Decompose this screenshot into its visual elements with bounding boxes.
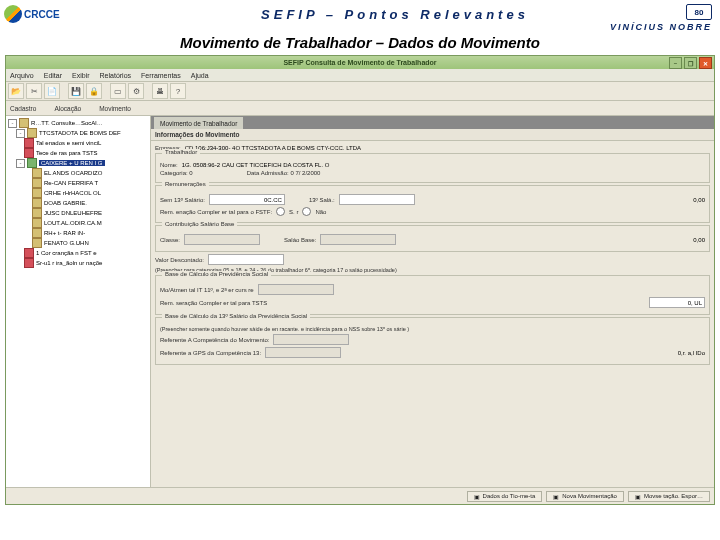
tree-node[interactable]: Tece de ras para TSTS (36, 150, 98, 156)
tree-item[interactable]: DOAB GABRIE. (44, 200, 87, 206)
tb-lock-icon[interactable]: 🔒 (86, 83, 102, 99)
main-panel: Movimento de Trabalhador Informações do … (151, 116, 714, 487)
menu-relatorios[interactable]: Relatórios (100, 72, 132, 79)
slide-title: SEFIP – Pontos Relevantes (74, 7, 716, 22)
menu-ferramentas[interactable]: Ferramentas (141, 72, 181, 79)
slide-author: VINÍCIUS NOBRE (610, 22, 712, 32)
group-remuneracoes: Remunerações Sem 13º Salário: 0C.CC 13º … (155, 185, 710, 223)
label-classe: Classe: (160, 237, 180, 243)
item-red-icon (24, 138, 34, 148)
input-13sal[interactable] (339, 194, 415, 205)
person-icon (32, 218, 42, 228)
menu-exibir[interactable]: Exibir (72, 72, 90, 79)
menu-arquivo[interactable]: Arquivo (10, 72, 34, 79)
tb-cut-icon[interactable]: ✂ (26, 83, 42, 99)
label-remcomp: Rem. enação Compler er tal para o FSTF: (160, 209, 272, 215)
tb-save-icon[interactable]: 💾 (68, 83, 84, 99)
close-button[interactable]: ✕ (699, 57, 712, 69)
tb-print-icon[interactable]: 🖶 (152, 83, 168, 99)
tab-movimento[interactable]: Movimento (99, 105, 131, 112)
label-nome: Nome: (160, 162, 178, 168)
input-mov (258, 284, 334, 295)
tree-root[interactable]: R…TT. Consulte…SocAl… (31, 120, 103, 126)
tb-action-icon[interactable]: ⚙ (128, 83, 144, 99)
tree-item[interactable]: 1 Cor crançãa n FST e (36, 250, 97, 256)
label-categoria: Categoria: 0 (160, 170, 193, 176)
legend-bcps: Base de Cálculo da Previdência Social (162, 271, 271, 277)
logo-mark-icon (4, 5, 22, 23)
legend-trabalhador: Trabalhador (162, 149, 200, 155)
input-classe (184, 234, 260, 245)
tab-cadastro[interactable]: Cadastro (10, 105, 36, 112)
label-sem13: Sem 13º Salário: (160, 197, 205, 203)
page-icon: ▣ (474, 493, 480, 500)
slide-header: CRCCE SEFIP – Pontos Relevantes 80 VINÍC… (0, 0, 720, 28)
radio-sim[interactable] (276, 207, 285, 216)
minimize-button[interactable]: – (669, 57, 682, 69)
person-icon (32, 168, 42, 178)
label-gps: Referente a GPS da Competência 13: (160, 350, 261, 356)
person-icon (32, 208, 42, 218)
tab-movimento-trabalhador[interactable]: Movimento de Trabalhador (153, 116, 244, 129)
btn-mov-exportar[interactable]: ▣Movse tação. Espor… (628, 491, 710, 502)
group-contribuicao: Contribuição Salário Base Classe: Saláo … (155, 225, 710, 252)
label-opt-nao: Não (315, 209, 326, 215)
input-sem13[interactable]: 0C.CC (209, 194, 285, 205)
collapse-icon[interactable]: - (16, 159, 25, 168)
item-red-icon (24, 258, 34, 268)
tb-form-icon[interactable]: ▭ (110, 83, 126, 99)
btn-nova-movimentacao[interactable]: ▣Nova Movimentação (546, 491, 624, 502)
restore-button[interactable]: ❐ (684, 57, 697, 69)
menu-editar[interactable]: Editar (44, 72, 62, 79)
collapse-icon[interactable]: - (16, 129, 25, 138)
item-green-icon (27, 158, 37, 168)
tree-node[interactable]: Tal enados e semi vinciL (36, 140, 101, 146)
tree-item[interactable]: Re-CAN FERRIFA T (44, 180, 98, 186)
label-salbase: Saláo Base: (284, 237, 316, 243)
tab-alocacao[interactable]: Alocação (54, 105, 81, 112)
menubar: Arquivo Editar Exibir Relatórios Ferrame… (6, 69, 714, 82)
tree-item[interactable]: FENATO G.UHN (44, 240, 89, 246)
legend-contribuicao: Contribuição Salário Base (162, 221, 237, 227)
tree-node[interactable]: TTCSTADOTA DE BOMS DEF (39, 130, 121, 136)
tb-copy-icon[interactable]: 📄 (44, 83, 60, 99)
collapse-icon[interactable]: - (8, 119, 17, 128)
input-ref (273, 334, 349, 345)
logo-text: CRCCE (24, 9, 60, 20)
tree-item[interactable]: LOUT.AL.ODIR.CA.M (44, 220, 102, 226)
input-remcomp2[interactable]: 0, UL (649, 297, 705, 308)
toolbar: 📂 ✂ 📄 💾 🔒 ▭ ⚙ 🖶 ? (6, 82, 714, 101)
export-icon: ▣ (635, 493, 641, 500)
tabrow: Movimento de Trabalhador (151, 116, 714, 129)
item-red-icon (24, 248, 34, 258)
tree-item[interactable]: EL ANDS OCARDIZO (44, 170, 102, 176)
section-info-movimento: Informações do Movimento (151, 129, 714, 141)
label-mov: Mo/Atmen tal IT 11º, e 2ª er curs re (160, 287, 254, 293)
tree-item[interactable]: RH+ t- RAR iN- (44, 230, 85, 236)
group-trabalhador: Trabalhador Nome:1G. 0508:96-2 CAU CET T… (155, 153, 710, 183)
subtoolbar: Cadastro Alocação Movimento (6, 101, 714, 116)
label-ref: Referente A Competência do Movimento: (160, 337, 269, 343)
label-13sal: 13º Salá.: (309, 197, 335, 203)
tree-item[interactable]: Sr-u1 r ira_ãoln ur naçõe (36, 260, 102, 266)
footer: ▣Dados do Tio-me-ta ▣Nova Movimentação ▣… (6, 487, 714, 504)
tb-help-icon[interactable]: ? (170, 83, 186, 99)
tree-selected[interactable]: CAIXERE + U REN I G (39, 160, 105, 166)
note-bc13: (Preencher somente quando houver sàide d… (160, 326, 409, 332)
input-gps (265, 347, 341, 358)
plus-icon: ▣ (553, 493, 559, 500)
tree-item[interactable]: CRHE rHrHACOL OL (44, 190, 101, 196)
label-opt-sim: S. r (289, 209, 298, 215)
menu-ajuda[interactable]: Ajuda (191, 72, 209, 79)
folder-icon (27, 128, 37, 138)
form-pane: Empresa:CD.106:J34-300- 4O TTCSTADOTA A … (151, 141, 714, 487)
app-window: SEFIP Consulta de Movimento de Trabalhad… (5, 55, 715, 505)
btn-dados-movimento[interactable]: ▣Dados do Tio-me-ta (467, 491, 543, 502)
slide-number-badge: 80 (686, 4, 712, 20)
input-valdesc[interactable] (208, 254, 284, 265)
radio-nao[interactable] (302, 207, 311, 216)
tree-item[interactable]: JUSC DNLEUHEFRE (44, 210, 102, 216)
label-valdesc: Valor Descontado: (155, 257, 204, 263)
tb-open-icon[interactable]: 📂 (8, 83, 24, 99)
tree-panel[interactable]: -R…TT. Consulte…SocAl… -TTCSTADOTA DE BO… (6, 116, 151, 487)
